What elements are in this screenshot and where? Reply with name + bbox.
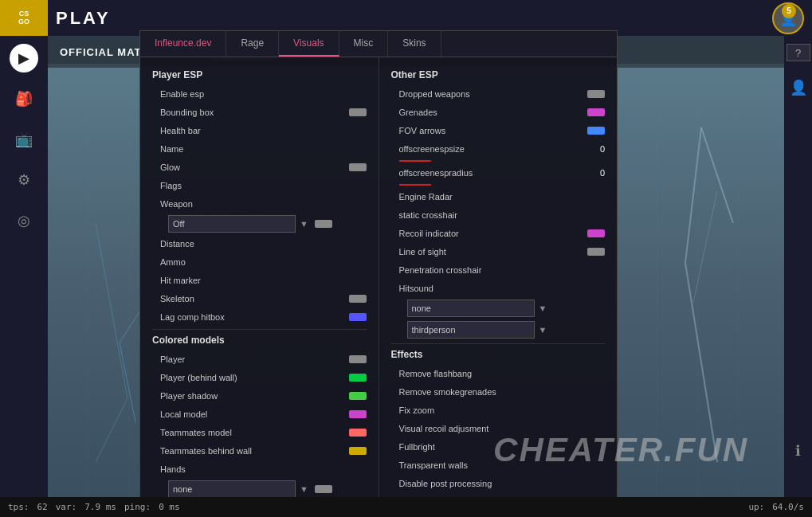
- hands-dropdown-row: noneoption1 ▼: [152, 480, 367, 498]
- top-right-area: 👤 5: [772, 2, 804, 34]
- fullbright-label: Fullbright: [399, 442, 606, 452]
- svg-line-9: [693, 191, 717, 303]
- tab-skins[interactable]: Skins: [388, 31, 441, 57]
- cheat-body: Player ESP Enable esp Bounding box Healt…: [140, 57, 617, 515]
- player-esp-header: Player ESP: [152, 69, 367, 80]
- svg-line-2: [120, 343, 135, 422]
- line-of-sight-swatch[interactable]: [587, 248, 605, 256]
- right-info-icon[interactable]: ℹ: [784, 437, 813, 465]
- enable-esp-row: Enable esp: [152, 87, 367, 101]
- flags-row: Flags: [152, 178, 367, 193]
- effects-header: Effects: [391, 349, 606, 360]
- teammates-model-row: Teammates model: [152, 425, 367, 440]
- ping-value: 0 ms: [159, 502, 180, 512]
- tab-misc[interactable]: Misc: [339, 31, 389, 57]
- player-color-swatch[interactable]: [349, 355, 367, 363]
- sidebar-play-button[interactable]: ▶: [10, 44, 38, 72]
- fullbright-row: Fullbright: [391, 440, 606, 454]
- teammates-model-label: Teammates model: [160, 428, 345, 437]
- tab-rage[interactable]: Rage: [226, 31, 279, 57]
- health-bar-label: Health bar: [160, 126, 367, 135]
- visual-recoil-label: Visual recoil adjusment: [399, 424, 606, 433]
- sidebar-bag-icon[interactable]: 🎒: [10, 84, 38, 113]
- hitsound-dropdown-row: nonebeepmetal ▼: [391, 300, 606, 317]
- engine-radar-row: Engine Radar: [391, 190, 606, 204]
- skeleton-swatch[interactable]: [349, 295, 367, 303]
- player-shadow-swatch[interactable]: [349, 392, 367, 400]
- fix-zoom-label: Fix zoom: [399, 405, 606, 415]
- line-of-sight-row: Line of sight: [391, 245, 606, 259]
- grenades-label: Grenades: [399, 108, 584, 117]
- bounding-box-swatch[interactable]: [349, 108, 367, 116]
- teammates-behind-wall-row: Teammates behind wall: [152, 444, 367, 458]
- player-shadow-label: Player shadow: [160, 391, 345, 401]
- sidebar-target-icon[interactable]: ◎: [10, 206, 38, 235]
- player-behind-wall-row: Player (behind wall): [152, 370, 367, 385]
- var-label: var:: [56, 502, 77, 512]
- teammates-model-swatch[interactable]: [349, 429, 367, 437]
- coin-badge: 5: [782, 4, 796, 18]
- bounding-box-row: Bounding box: [152, 105, 367, 119]
- transparent-walls-row: Transparent walls: [391, 458, 606, 472]
- weapon-dropdown-swatch[interactable]: [315, 220, 332, 228]
- hands-dropdown[interactable]: noneoption1: [168, 480, 296, 498]
- ping-label: ping:: [124, 502, 151, 512]
- name-label: Name: [160, 144, 367, 154]
- player-behind-wall-swatch[interactable]: [349, 374, 367, 382]
- penetration-crosshair-label: Penetration crosshair: [399, 265, 606, 275]
- teammates-behind-wall-label: Teammates behind wall: [160, 446, 345, 456]
- hitsound-row: Hitsound: [391, 281, 606, 296]
- grenades-swatch[interactable]: [587, 108, 605, 116]
- tps-label: tps:: [8, 502, 29, 512]
- hands-dropdown-swatch[interactable]: [315, 485, 332, 493]
- enable-esp-label: Enable esp: [160, 89, 367, 99]
- thirdperson-dropdown[interactable]: thirdpersonoff: [407, 321, 535, 339]
- ammo-label: Ammo: [160, 257, 367, 267]
- svg-line-8: [701, 127, 733, 223]
- weapon-row: Weapon: [152, 197, 367, 211]
- right-user-icon[interactable]: 👤: [784, 73, 813, 102]
- offscreenespsize-value[interactable]: 0: [581, 144, 605, 154]
- up-label: up:: [748, 502, 764, 512]
- lag-comp-swatch[interactable]: [349, 313, 367, 321]
- weapon-dropdown[interactable]: OffOn: [168, 215, 296, 233]
- local-model-row: Local model: [152, 407, 367, 421]
- left-sidebar: ▶ 🎒 📺 ⚙ ◎: [0, 36, 48, 497]
- dropped-weapons-swatch[interactable]: [587, 90, 605, 98]
- sidebar-gear-icon[interactable]: ⚙: [10, 166, 38, 194]
- recoil-indicator-swatch[interactable]: [587, 229, 605, 237]
- divider-3: [391, 343, 606, 344]
- bounding-box-label: Bounding box: [160, 108, 345, 117]
- dropped-weapons-row: Dropped weapons: [391, 87, 606, 101]
- offscreenespsize-label: offscreenespsize: [399, 144, 582, 154]
- status-bar: tps: 62 var: 7.9 ms ping: 0 ms up: 64.0/…: [0, 497, 812, 517]
- disable-post-processing-row: Disable post processing: [391, 476, 606, 491]
- local-model-swatch[interactable]: [349, 410, 367, 418]
- remove-flashbang-label: Remove flashbang: [399, 369, 606, 378]
- tps-value: 62: [37, 502, 48, 512]
- hitsound-dropdown[interactable]: nonebeepmetal: [407, 300, 535, 317]
- grenades-row: Grenades: [391, 105, 606, 119]
- question-button[interactable]: ?: [787, 44, 810, 61]
- static-crosshair-row: static crosshair: [391, 208, 606, 222]
- offscreenespradius-row: offscreenespradius 0: [391, 166, 606, 180]
- tab-visuals[interactable]: Visuals: [279, 31, 339, 57]
- remove-smokegrenades-row: Remove smokegrenades: [391, 385, 606, 399]
- teammates-behind-wall-swatch[interactable]: [349, 447, 367, 455]
- weapon-dropdown-row: OffOn ▼: [152, 215, 367, 233]
- remove-smokegrenades-label: Remove smokegrenades: [399, 387, 606, 397]
- hands-label: Hands: [160, 464, 367, 474]
- offscreenespradius-value[interactable]: 0: [581, 168, 605, 178]
- static-crosshair-label: static crosshair: [399, 210, 606, 220]
- hands-row: Hands: [152, 462, 367, 476]
- svg-line-7: [685, 263, 717, 462]
- hit-marker-label: Hit marker: [160, 276, 367, 285]
- dropped-weapons-label: Dropped weapons: [399, 89, 584, 99]
- fov-arrows-swatch[interactable]: [587, 127, 605, 135]
- csgo-logo: CSGO: [0, 0, 48, 36]
- glow-swatch[interactable]: [349, 163, 367, 171]
- thirdperson-dropdown-row: thirdpersonoff ▼: [391, 321, 606, 339]
- sidebar-tv-icon[interactable]: 📺: [10, 125, 38, 154]
- svg-line-6: [685, 127, 701, 263]
- player-shadow-row: Player shadow: [152, 389, 367, 403]
